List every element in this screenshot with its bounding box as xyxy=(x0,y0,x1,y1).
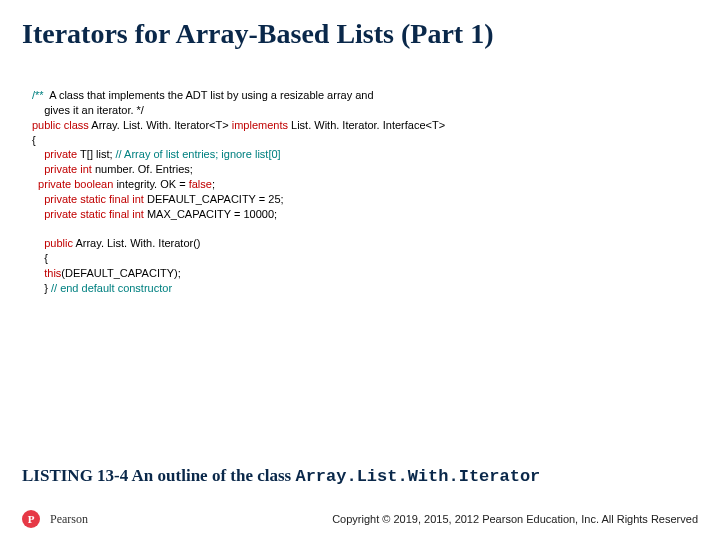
keyword: public xyxy=(32,237,73,249)
code-line: public class Array. List. With. Iterator… xyxy=(32,118,698,133)
comment-open: /** xyxy=(32,89,44,101)
keyword: private xyxy=(32,163,77,175)
code-line: public Array. List. With. Iterator() xyxy=(32,236,698,251)
interface-decl: List. With. Iterator. Interface<T> xyxy=(288,119,445,131)
field-decl: integrity. OK = xyxy=(113,178,188,190)
keyword: boolean xyxy=(71,178,113,190)
slide-title: Iterators for Array-Based Lists (Part 1) xyxy=(22,18,698,50)
code-line: { xyxy=(32,251,698,266)
comment-text: A class that implements the ADT list by … xyxy=(44,89,374,101)
keyword: private xyxy=(32,148,77,160)
caption-prefix: LISTING 13-4 An outline of the class xyxy=(22,466,295,485)
caption-classname: Array.List.With.Iterator xyxy=(295,467,540,486)
footer: Pearson Copyright © 2019, 2015, 2012 Pea… xyxy=(22,510,698,528)
code-blank-line xyxy=(32,222,698,237)
slide: Iterators for Array-Based Lists (Part 1)… xyxy=(0,0,720,540)
brace-close: } xyxy=(32,282,51,294)
comment-text: // end default constructor xyxy=(51,282,172,294)
code-line: private int number. Of. Entries; xyxy=(32,162,698,177)
semicolon: ; xyxy=(212,178,215,190)
keyword: class xyxy=(61,119,89,131)
comment-text: // Array of list entries; ignore list[0] xyxy=(116,148,281,160)
keyword: public xyxy=(32,119,61,131)
const-decl: MAX_CAPACITY = 10000; xyxy=(144,208,277,220)
code-line: } // end default constructor xyxy=(32,281,698,296)
code-line: { xyxy=(32,133,698,148)
copyright-text: Copyright © 2019, 2015, 2012 Pearson Edu… xyxy=(332,513,698,525)
pearson-logo-icon xyxy=(22,510,40,528)
code-line: this(DEFAULT_CAPACITY); xyxy=(32,266,698,281)
keyword: static final int xyxy=(77,193,144,205)
keyword: implements xyxy=(232,119,288,131)
code-line: gives it an iterator. */ xyxy=(32,103,698,118)
ctor-body: (DEFAULT_CAPACITY); xyxy=(61,267,180,279)
code-listing: /** A class that implements the ADT list… xyxy=(22,88,698,296)
keyword: private xyxy=(32,178,71,190)
comment-text: gives it an iterator. */ xyxy=(32,104,144,116)
ctor-decl: Array. List. With. Iterator() xyxy=(73,237,201,249)
keyword: int xyxy=(77,163,92,175)
literal-false: false xyxy=(189,178,212,190)
const-decl: DEFAULT_CAPACITY = 25; xyxy=(144,193,284,205)
keyword: this xyxy=(32,267,61,279)
keyword: private xyxy=(32,208,77,220)
field-decl: number. Of. Entries; xyxy=(92,163,193,175)
class-decl: Array. List. With. Iterator<T> xyxy=(89,119,232,131)
code-line: private boolean integrity. OK = false; xyxy=(32,177,698,192)
code-line: private T[] list; // Array of list entri… xyxy=(32,147,698,162)
keyword: private xyxy=(32,193,77,205)
field-decl: T[] list; xyxy=(77,148,115,160)
keyword: static final int xyxy=(77,208,144,220)
code-line: private static final int MAX_CAPACITY = … xyxy=(32,207,698,222)
brand-name: Pearson xyxy=(50,512,88,527)
listing-caption: LISTING 13-4 An outline of the class Arr… xyxy=(22,466,698,486)
code-line: /** A class that implements the ADT list… xyxy=(32,88,698,103)
code-line: private static final int DEFAULT_CAPACIT… xyxy=(32,192,698,207)
